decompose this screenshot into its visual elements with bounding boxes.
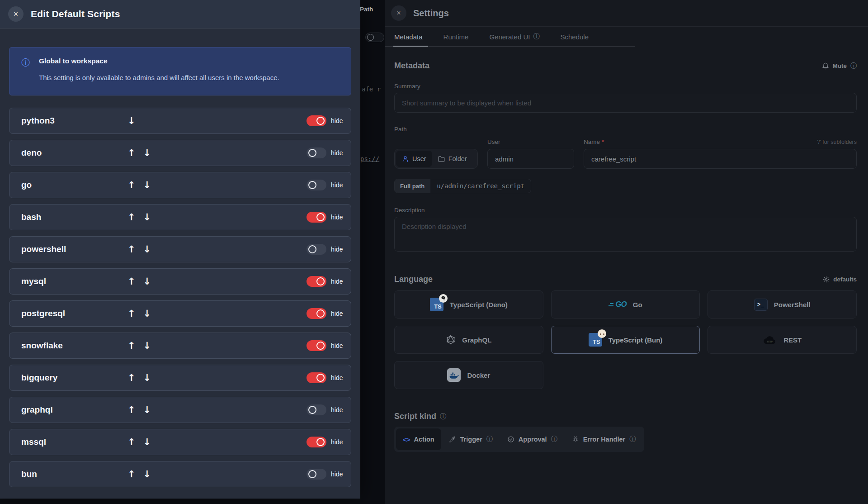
move-up-icon[interactable]: ↑ [127, 147, 136, 158]
info-icon[interactable]: ⓘ [440, 413, 446, 421]
hide-toggle[interactable] [307, 404, 326, 415]
hide-toggle[interactable] [307, 372, 326, 383]
hide-toggle[interactable] [307, 180, 326, 190]
user-input[interactable] [487, 149, 574, 169]
script-kind-trigger[interactable]: Trigger ⓘ [442, 428, 500, 450]
move-down-icon[interactable]: ↓ [143, 276, 151, 287]
language-docker-button[interactable]: Docker [394, 361, 543, 389]
info-icon: ⓘ [533, 33, 539, 41]
move-down-icon[interactable]: ↓ [127, 115, 136, 126]
language-rest-button[interactable]: HTTP REST [708, 326, 857, 354]
move-up-icon[interactable]: ↑ [127, 437, 136, 447]
toggle-knob [316, 213, 325, 221]
background-path-label: Path [360, 6, 373, 13]
settings-title: Settings [413, 8, 449, 19]
edit-default-scripts-drawer: × Edit Default Scripts ⓘ Global to works… [0, 0, 360, 499]
typescript-deno-icon: TS [430, 298, 443, 311]
hide-toggle[interactable] [307, 469, 326, 480]
close-icon[interactable]: × [8, 6, 24, 22]
script-row: mysql ↑↓ hide [9, 268, 351, 295]
gear-icon [823, 276, 830, 283]
name-field-label: Name* [584, 138, 604, 145]
check-circle-icon [507, 436, 514, 443]
move-up-icon[interactable]: ↑ [127, 372, 136, 383]
toggle-knob [308, 149, 316, 157]
info-icon[interactable]: ⓘ [850, 62, 857, 70]
language-graphql-button[interactable]: GraphQL [394, 326, 543, 354]
required-mark: * [602, 138, 604, 145]
hide-label: hide [331, 342, 345, 349]
user-field-label: User [487, 136, 574, 145]
bug-icon [572, 436, 579, 443]
hide-toggle[interactable] [307, 276, 326, 287]
close-icon[interactable]: × [391, 5, 406, 21]
mute-button[interactable]: Mute ⓘ [822, 62, 857, 70]
name-input[interactable] [584, 149, 857, 169]
script-name: postgresql [21, 309, 127, 319]
hide-label: hide [331, 278, 345, 285]
description-textarea[interactable] [394, 217, 857, 252]
screen: Path afe r ps:// × Edit Default Scripts … [0, 0, 868, 504]
hide-label: hide [331, 438, 345, 446]
go-icon: GO [609, 300, 626, 309]
move-down-icon[interactable]: ↓ [143, 147, 151, 158]
move-up-icon[interactable]: ↑ [127, 340, 136, 351]
toggle-knob [308, 181, 316, 189]
hide-toggle[interactable] [307, 212, 326, 223]
script-kind-error-handler[interactable]: Error Handler ⓘ [565, 428, 642, 450]
move-up-icon[interactable]: ↑ [127, 308, 136, 319]
move-up-icon[interactable]: ↑ [127, 469, 136, 480]
tab-schedule[interactable]: Schedule [560, 27, 589, 47]
hide-toggle[interactable] [307, 244, 326, 255]
owner-user-option[interactable]: User [396, 151, 432, 167]
hide-label: hide [331, 310, 345, 317]
tab-metadata[interactable]: Metadata [394, 27, 423, 47]
script-name: python3 [21, 116, 127, 126]
move-down-icon[interactable]: ↓ [143, 437, 151, 447]
move-up-icon[interactable]: ↑ [127, 244, 136, 255]
hide-toggle[interactable] [307, 437, 326, 447]
full-path-value: u/admin/carefree_script [430, 179, 531, 193]
move-down-icon[interactable]: ↓ [143, 308, 151, 319]
defaults-label: defaults [833, 276, 857, 283]
script-kind-approval[interactable]: Approval ⓘ [500, 428, 564, 450]
info-icon: ⓘ [551, 435, 557, 443]
tab-generated-ui[interactable]: Generated UIⓘ [489, 27, 539, 47]
move-up-icon[interactable]: ↑ [127, 180, 136, 190]
edit-scripts-header: × Edit Default Scripts [0, 0, 360, 29]
info-icon: ⓘ [486, 435, 493, 443]
move-down-icon[interactable]: ↓ [143, 469, 151, 480]
script-kind-action[interactable]: <> Action [396, 428, 441, 450]
move-up-icon[interactable]: ↑ [127, 276, 136, 287]
hide-toggle[interactable] [307, 115, 326, 126]
move-down-icon[interactable]: ↓ [143, 404, 151, 415]
hide-toggle[interactable] [307, 147, 326, 158]
language-heading: Language [394, 275, 433, 284]
language-powershell-button[interactable]: >_ PowerShell [708, 290, 857, 319]
owner-folder-option[interactable]: Folder [432, 151, 473, 167]
language-go-button[interactable]: GO Go [551, 290, 700, 319]
hide-toggle[interactable] [307, 308, 326, 319]
move-down-icon[interactable]: ↓ [143, 180, 151, 190]
notice-body: This setting is only available to admins… [39, 71, 279, 85]
move-down-icon[interactable]: ↓ [143, 244, 151, 255]
info-icon: ⓘ [629, 435, 636, 443]
tab-runtime[interactable]: Runtime [443, 27, 469, 47]
summary-input[interactable] [394, 93, 857, 113]
hide-toggle[interactable] [307, 340, 326, 351]
language-options: TS TypeScript (Deno) GO Go >_ PowerShell… [394, 290, 857, 389]
language-typescript-bun-button[interactable]: TS TypeScript (Bun) [551, 326, 700, 354]
move-down-icon[interactable]: ↓ [143, 340, 151, 351]
script-row: powershell ↑↓ hide [9, 236, 351, 262]
move-down-icon[interactable]: ↓ [143, 212, 151, 223]
svg-text:HTTP: HTTP [767, 340, 773, 342]
move-up-icon[interactable]: ↑ [127, 404, 136, 415]
defaults-button[interactable]: defaults [823, 276, 857, 283]
move-up-icon[interactable]: ↑ [127, 212, 136, 223]
subfolder-hint: '/' for subfolders [817, 139, 857, 145]
move-down-icon[interactable]: ↓ [143, 372, 151, 383]
language-typescript-deno-button[interactable]: TS TypeScript (Deno) [394, 290, 543, 319]
script-name: bun [21, 469, 127, 479]
full-path: Full path u/admin/carefree_script [394, 179, 531, 193]
toggle-knob [308, 470, 316, 478]
